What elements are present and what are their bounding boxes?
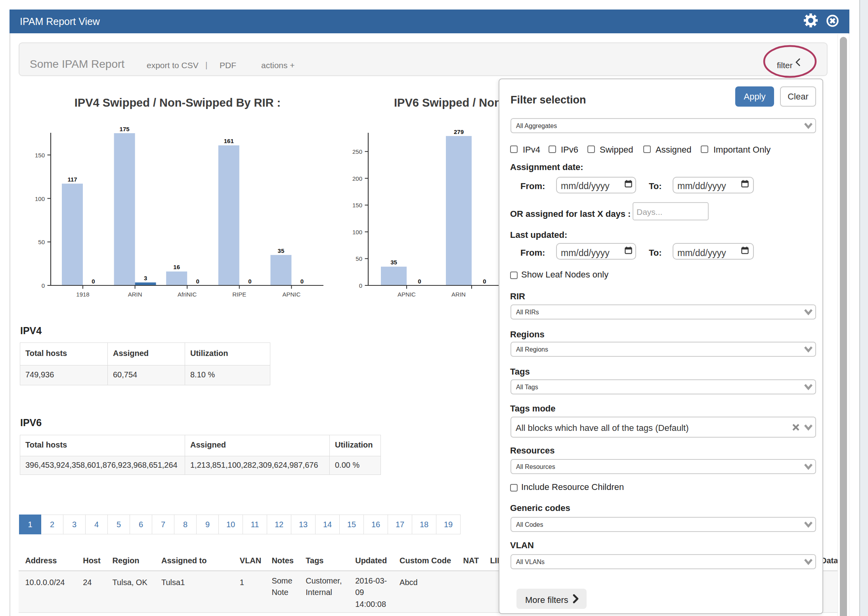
svg-text:175: 175 xyxy=(120,126,130,132)
svg-text:ARIN: ARIN xyxy=(128,291,142,298)
svg-text:117: 117 xyxy=(67,176,77,183)
svg-text:0: 0 xyxy=(483,278,486,285)
svg-text:APNIC: APNIC xyxy=(282,291,300,298)
svg-text:IPV6 Swipped / Non-Swipped By: IPV6 Swipped / Non-Swipped By RIR : xyxy=(394,96,500,109)
svg-text:100: 100 xyxy=(35,195,45,202)
svg-text:100: 100 xyxy=(352,229,362,235)
svg-text:0: 0 xyxy=(92,278,95,285)
svg-text:0: 0 xyxy=(42,282,45,289)
svg-text:16: 16 xyxy=(173,264,180,270)
svg-text:250: 250 xyxy=(352,148,362,155)
svg-text:200: 200 xyxy=(352,175,362,182)
svg-text:3: 3 xyxy=(144,275,147,281)
svg-text:279: 279 xyxy=(454,128,464,135)
svg-text:APNIC: APNIC xyxy=(398,291,416,298)
svg-text:0: 0 xyxy=(359,282,362,289)
svg-text:IPV4 Swipped / Non-Swipped By: IPV4 Swipped / Non-Swipped By RIR : xyxy=(75,96,281,109)
svg-text:1918: 1918 xyxy=(76,291,89,298)
svg-text:0: 0 xyxy=(248,278,251,285)
svg-text:50: 50 xyxy=(356,255,362,262)
svg-text:AfriNIC: AfriNIC xyxy=(178,291,197,298)
svg-text:0: 0 xyxy=(300,278,304,285)
svg-text:161: 161 xyxy=(224,138,234,144)
svg-text:150: 150 xyxy=(352,202,362,209)
svg-text:35: 35 xyxy=(278,247,285,254)
svg-text:0: 0 xyxy=(196,278,199,285)
svg-text:RIPE: RIPE xyxy=(232,291,246,298)
svg-text:0: 0 xyxy=(418,278,421,285)
svg-text:150: 150 xyxy=(35,152,45,159)
svg-text:50: 50 xyxy=(38,239,45,245)
svg-text:ARIN: ARIN xyxy=(451,291,466,298)
svg-text:35: 35 xyxy=(390,259,397,266)
